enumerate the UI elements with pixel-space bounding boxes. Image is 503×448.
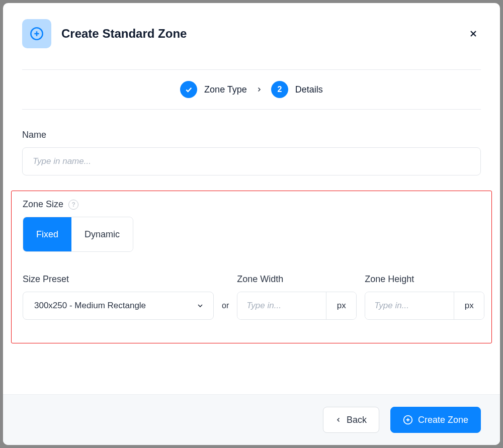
name-field: Name — [22, 130, 481, 175]
step-details[interactable]: 2 Details — [271, 81, 323, 98]
stepper: Zone Type 2 Details — [22, 69, 481, 110]
size-preset-label: Size Preset — [23, 274, 214, 285]
zone-size-dynamic-button[interactable]: Dynamic — [71, 217, 133, 251]
zone-height-field: Zone Height px — [365, 274, 484, 320]
zone-height-unit: px — [454, 292, 484, 319]
size-preset-field: Size Preset 300x250 - Medium Rectangle — [23, 274, 214, 320]
plus-circle-icon — [22, 19, 51, 48]
zone-size-label: Zone Size ? — [23, 199, 480, 210]
name-input[interactable] — [22, 147, 481, 175]
step-label: Details — [295, 84, 323, 95]
chevron-down-icon — [196, 302, 204, 310]
zone-size-toggle: Fixed Dynamic — [23, 217, 133, 252]
create-zone-modal: Create Standard Zone Zone Type — [3, 3, 500, 445]
help-icon[interactable]: ? — [68, 200, 78, 210]
zone-size-fixed-button[interactable]: Fixed — [23, 217, 71, 251]
zone-width-input-wrap: px — [237, 292, 357, 320]
step-zone-type[interactable]: Zone Type — [180, 81, 247, 98]
modal-header: Create Standard Zone — [22, 19, 481, 48]
modal-footer: Back Create Zone — [3, 394, 500, 445]
modal-body: Create Standard Zone Zone Type — [3, 3, 500, 394]
zone-size-section: Zone Size ? Fixed Dynamic Size Preset 30… — [11, 191, 492, 343]
back-button-label: Back — [347, 415, 367, 425]
zone-width-unit: px — [326, 292, 356, 319]
check-icon — [180, 81, 197, 98]
chevron-left-icon — [336, 417, 342, 423]
close-icon — [468, 29, 478, 39]
chevron-right-icon — [256, 86, 262, 93]
zone-width-input[interactable] — [237, 292, 326, 319]
back-button[interactable]: Back — [323, 407, 379, 433]
close-button[interactable] — [466, 26, 481, 41]
zone-width-label: Zone Width — [237, 274, 357, 285]
or-text: or — [222, 292, 229, 320]
step-label: Zone Type — [204, 84, 247, 95]
name-label: Name — [22, 130, 481, 140]
create-zone-button[interactable]: Create Zone — [390, 407, 481, 433]
create-zone-button-label: Create Zone — [418, 415, 468, 425]
size-preset-value: 300x250 - Medium Rectangle — [34, 301, 146, 311]
zone-size-label-text: Zone Size — [23, 199, 63, 210]
size-preset-select[interactable]: 300x250 - Medium Rectangle — [23, 292, 214, 320]
step-number: 2 — [271, 81, 288, 98]
zone-height-input[interactable] — [365, 292, 454, 319]
zone-height-input-wrap: px — [365, 292, 484, 320]
plus-circle-icon — [403, 415, 413, 425]
zone-width-field: Zone Width px — [237, 274, 357, 320]
zone-height-label: Zone Height — [365, 274, 484, 285]
size-row: Size Preset 300x250 - Medium Rectangle o… — [23, 274, 480, 320]
modal-title: Create Standard Zone — [61, 27, 456, 41]
